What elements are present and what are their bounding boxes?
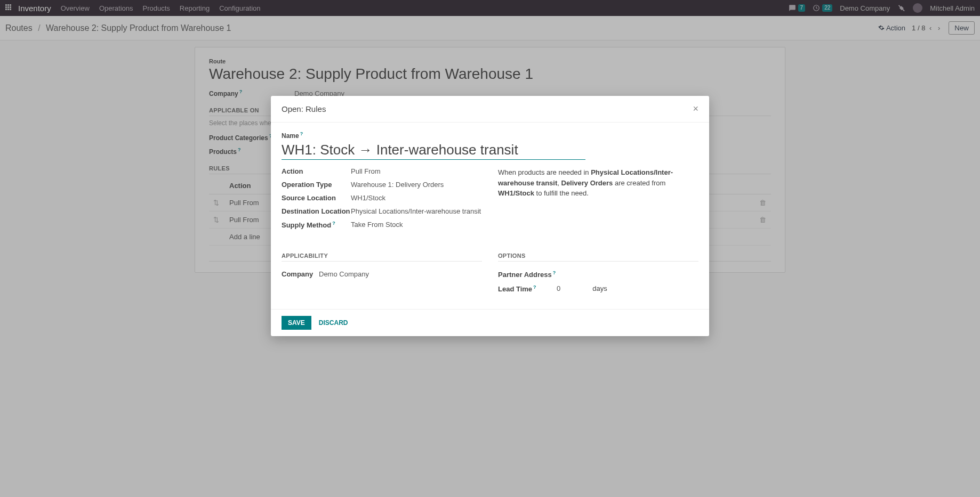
destloc-label: Destination Location [282,207,351,215]
modal-company-label: Company [282,270,319,278]
modal-title: Open: Rules [282,104,326,113]
optype-value[interactable]: Warehouse 1: Delivery Orders [351,181,444,189]
options-title: OPTIONS [498,252,698,262]
supply-label: Supply Method? [282,221,351,229]
applicability-title: APPLICABILITY [282,252,482,262]
srcloc-value[interactable]: WH1/Stock [351,194,385,202]
name-label: Name? [282,131,698,140]
optype-label: Operation Type [282,181,351,189]
supply-value[interactable]: Take From Stock [351,221,403,229]
modal: Open: Rules × Name? Action Pull From Ope… [271,96,709,279]
action-label: Action [282,167,351,175]
action-value[interactable]: Pull From [351,167,381,175]
srcloc-label: Source Location [282,194,351,202]
partner-label: Partner Address? [498,270,557,279]
modal-overlay: Open: Rules × Name? Action Pull From Ope… [0,0,980,279]
destloc-value[interactable]: Physical Locations/Inter-warehouse trans… [351,207,481,215]
name-input[interactable] [282,142,585,160]
help-icon[interactable]: ? [300,131,303,136]
modal-company-value[interactable]: Demo Company [319,270,369,278]
help-icon[interactable]: ? [332,221,335,226]
close-icon[interactable]: × [693,103,698,115]
help-icon[interactable]: ? [553,270,556,275]
rule-explain: When products are needed in Physical Loc… [498,167,698,199]
